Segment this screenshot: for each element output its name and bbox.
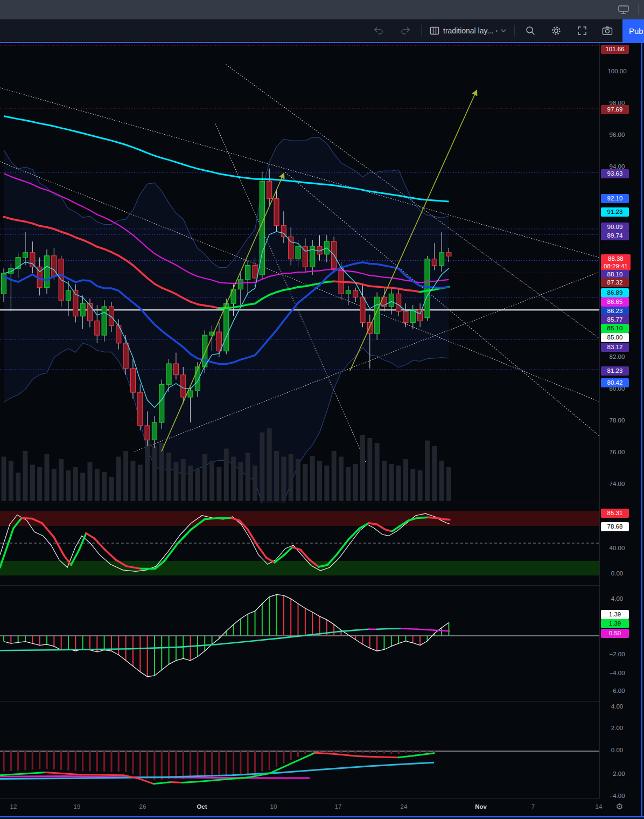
time-axis-label: 26 bbox=[139, 803, 146, 810]
trend-ma-line bbox=[298, 286, 305, 287]
trend-ma-line bbox=[40, 226, 47, 227]
macd-signal-line bbox=[280, 635, 312, 638]
trend-ma-line bbox=[312, 283, 319, 284]
candle-body bbox=[238, 280, 243, 289]
pane4-signal-line bbox=[315, 753, 334, 754]
axis-tick-label: −2.00 bbox=[600, 651, 634, 657]
volume-bar bbox=[44, 454, 49, 501]
time-axis-settings-icon[interactable]: ⚙ bbox=[616, 802, 623, 811]
pane4-signal-line bbox=[182, 781, 199, 782]
pane-separator[interactable] bbox=[0, 503, 599, 503]
price-badge: 85.10 bbox=[601, 324, 629, 333]
volume-bar bbox=[130, 461, 135, 501]
candle-body bbox=[396, 294, 401, 311]
candle-body bbox=[389, 294, 394, 307]
trend-ma-line bbox=[377, 287, 384, 287]
volume-bar bbox=[281, 457, 286, 502]
snapshot-button[interactable] bbox=[597, 22, 618, 39]
candle-body bbox=[130, 369, 135, 392]
volume-bar bbox=[360, 435, 365, 501]
macd-signal-line bbox=[248, 638, 280, 641]
volume-bar bbox=[375, 443, 380, 501]
price-badge: 91.23 bbox=[601, 207, 629, 217]
redo-button[interactable] bbox=[395, 22, 416, 39]
candle-body bbox=[52, 256, 57, 276]
stoch-k-line bbox=[22, 518, 32, 518]
fullscreen-button[interactable] bbox=[572, 22, 592, 39]
candle-body bbox=[145, 426, 150, 440]
time-axis[interactable]: ⚙ 121926Oct101724Nov714 bbox=[0, 799, 644, 816]
candle-body bbox=[439, 253, 444, 266]
stoch-k-line bbox=[164, 543, 178, 561]
volume-bar bbox=[231, 457, 236, 502]
candle-body bbox=[403, 311, 408, 323]
candle-body bbox=[181, 375, 186, 397]
candle-body bbox=[87, 303, 92, 321]
trend-ma-line bbox=[334, 281, 341, 282]
trend-ma-line bbox=[284, 289, 291, 290]
macd-signal-line bbox=[0, 650, 65, 650]
candle-body bbox=[432, 259, 437, 266]
price-badge: 93.63 bbox=[601, 169, 629, 178]
trend-ma-line bbox=[248, 303, 255, 304]
time-axis-label: 10 bbox=[270, 803, 277, 810]
candle-body bbox=[138, 392, 143, 426]
price-badge: 101.66 bbox=[601, 45, 629, 54]
axis-tick-label: 0.00 bbox=[600, 570, 634, 577]
macd-signal-line bbox=[65, 649, 129, 650]
axis-tick-label: −4.00 bbox=[600, 670, 634, 676]
price-badge: 83.12 bbox=[601, 343, 629, 352]
publish-button[interactable]: Pub bbox=[622, 19, 644, 42]
trend-ma-line bbox=[391, 288, 398, 289]
time-axis-label: 19 bbox=[74, 803, 81, 810]
pane-separator[interactable] bbox=[0, 701, 599, 702]
axis-tick-label: −6.00 bbox=[600, 688, 634, 694]
layout-name-label: traditional lay... bbox=[443, 26, 493, 35]
volume-bar bbox=[138, 465, 143, 502]
layout-grid-icon bbox=[429, 26, 440, 36]
volume-bar bbox=[166, 453, 171, 501]
volume-bar bbox=[332, 451, 337, 501]
candle-body bbox=[173, 364, 178, 375]
trend-ma-line bbox=[198, 304, 205, 306]
axis-tick-label: 82.00 bbox=[600, 353, 634, 360]
volume-bar bbox=[52, 469, 57, 501]
redo-icon bbox=[400, 26, 411, 36]
main-price-pane[interactable] bbox=[0, 43, 599, 503]
candle-body bbox=[267, 181, 272, 198]
candle-body bbox=[253, 265, 257, 278]
trend-ma-line bbox=[370, 286, 377, 287]
pane4-signal-line bbox=[398, 755, 416, 758]
layout-select-button[interactable]: traditional lay... • bbox=[427, 22, 509, 39]
search-button[interactable] bbox=[520, 22, 541, 39]
stochastic-pane[interactable] bbox=[0, 504, 599, 585]
pane-separator[interactable] bbox=[0, 585, 599, 586]
volume-bar bbox=[195, 469, 200, 501]
titlebar-divider bbox=[638, 4, 639, 15]
macd-pane[interactable] bbox=[0, 587, 599, 701]
widget-border bbox=[641, 42, 642, 817]
undo-button[interactable] bbox=[368, 22, 389, 39]
pane4-signal-line bbox=[334, 754, 358, 756]
volume-bar bbox=[260, 433, 264, 502]
volume-bar bbox=[446, 467, 451, 501]
trend-ma-line bbox=[420, 290, 427, 291]
axis-tick-label: 76.00 bbox=[600, 449, 634, 455]
volume-bar bbox=[59, 459, 64, 501]
window-titlebar bbox=[0, 0, 644, 19]
volume-bar bbox=[274, 451, 279, 501]
candle-body bbox=[224, 303, 229, 351]
volume-bar bbox=[289, 454, 293, 501]
price-badge: 86.65 bbox=[601, 297, 629, 307]
lower-indicator-pane[interactable] bbox=[0, 702, 599, 798]
stoch-k-line bbox=[86, 533, 94, 538]
pane4-signal-line bbox=[291, 753, 315, 764]
volume-bar bbox=[403, 459, 408, 501]
stoch-k-line bbox=[428, 517, 437, 518]
candle-body bbox=[202, 335, 207, 367]
stoch-k-line bbox=[445, 519, 450, 520]
volume-bar bbox=[324, 466, 329, 501]
price-badge: 86.23 bbox=[601, 307, 629, 316]
settings-button[interactable] bbox=[546, 22, 566, 39]
price-axis[interactable]: 100.0098.0096.0094.0082.0080.0078.0076.0… bbox=[600, 43, 643, 799]
